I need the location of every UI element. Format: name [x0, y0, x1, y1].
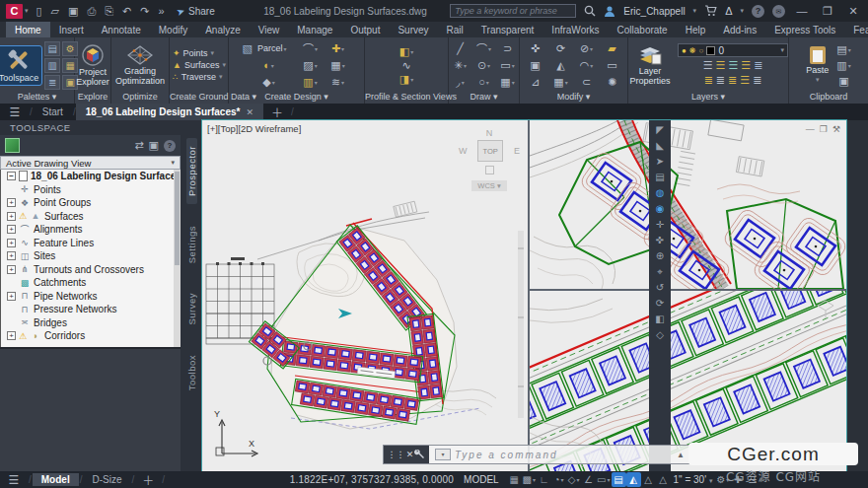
chevron-down-icon[interactable]: ▾	[608, 476, 611, 483]
undo-icon[interactable]: ↶	[122, 5, 131, 18]
layers-panel-label[interactable]: Layers ▾	[628, 91, 788, 104]
surfaces-menu[interactable]: ▲Surfaces ▾	[173, 60, 226, 70]
layer-thaw-icon[interactable]: ≣	[716, 74, 725, 87]
expand-icon[interactable]: +	[7, 292, 16, 301]
palettes-panel-label[interactable]: Palettes ▾	[0, 91, 74, 104]
ribbon-tab-featured-apps[interactable]: Featured Apps	[844, 22, 868, 37]
save-icon[interactable]: ▣	[68, 5, 78, 18]
layer-walk-icon[interactable]: ≣	[704, 74, 713, 87]
recent-commands-icon[interactable]: ▾	[435, 449, 451, 460]
section-views-icon[interactable]: ◨▾	[399, 73, 413, 86]
hatch-icon[interactable]: ▦▾	[497, 76, 519, 89]
paste-special-icon[interactable]: ▣	[836, 75, 850, 88]
fillet-icon[interactable]: ◠▾	[575, 59, 599, 72]
autodesk-logo-icon[interactable]: Δ	[725, 5, 732, 17]
palette-tab-prospector[interactable]: Prospector	[186, 138, 197, 204]
ellipse-icon[interactable]: ○▾	[473, 76, 495, 88]
pan-icon[interactable]: ✛	[656, 219, 664, 230]
sheet-set-icon[interactable]: ▤	[655, 172, 664, 182]
close-button[interactable]: ✕	[844, 5, 862, 18]
rotate-icon[interactable]: ⟳	[549, 42, 573, 55]
toolspace-help-icon[interactable]: ?	[164, 140, 176, 152]
object-snap-icon[interactable]: ▭▾	[596, 472, 611, 487]
autodesk-menu-chevron-icon[interactable]: ▾	[740, 7, 744, 15]
viewport-swap-icon[interactable]: ⚒	[832, 124, 840, 134]
ribbon-tab-add-ins[interactable]: Add-ins	[714, 22, 765, 37]
tree-item-pressure-networks[interactable]: ⊓Pressure Networks	[1, 303, 181, 316]
ortho-mode-icon[interactable]: ∟	[537, 472, 551, 487]
viewcube-north[interactable]: N	[459, 128, 520, 138]
share-button[interactable]: ➤ Share	[177, 6, 215, 17]
lasso-select-icon[interactable]: ◣	[656, 140, 664, 151]
user-menu-chevron-icon[interactable]: ▾	[693, 7, 697, 15]
layer-match-icon[interactable]: ≣	[754, 59, 762, 72]
ribbon-tab-home[interactable]: Home	[6, 22, 50, 37]
new-layout-button[interactable]: ＋	[135, 471, 161, 488]
arc-icon[interactable]: ⌒▾	[473, 40, 495, 56]
dsize-layout-tab[interactable]: D-Size	[83, 473, 130, 486]
viewcube[interactable]: N W TOP E WCS ▾	[459, 128, 520, 191]
ribbon-tab-express-tools[interactable]: Express Tools	[765, 22, 844, 37]
copy-icon[interactable]: ▣	[524, 59, 547, 72]
close-command-line-icon[interactable]: ✕	[406, 450, 414, 459]
viewcube-east[interactable]: E	[514, 146, 520, 156]
stretch-icon[interactable]: ▭	[601, 59, 624, 72]
toolspace-title[interactable]: TOOLSPACE	[0, 120, 181, 135]
polar-tracking-icon[interactable]: ◔▾	[551, 472, 566, 487]
palette-tab-toolbox[interactable]: Toolbox	[186, 347, 197, 398]
viewport-restore-icon[interactable]: ❐	[820, 124, 828, 134]
sample-lines-icon[interactable]: ∿	[401, 59, 410, 72]
zoom-extents-icon[interactable]: ✜	[656, 235, 664, 245]
layer-freeze-tool-icon[interactable]: ☰	[728, 59, 738, 72]
new-icon[interactable]: ▯	[36, 5, 42, 18]
ribbon-tab-annotate[interactable]: Annotate	[93, 22, 150, 37]
circle-icon[interactable]: ⊙▾	[473, 59, 495, 72]
copy-clip-icon[interactable]: ▥▾	[836, 59, 850, 72]
orbit-left-icon[interactable]: ↺	[656, 282, 664, 293]
ribbon-tab-view[interactable]: View	[250, 22, 289, 37]
infocenter-globe-icon[interactable]: ◍	[656, 187, 665, 198]
layer-dropdown[interactable]: ● ❋ ○ 0 ▾	[678, 43, 788, 57]
expand-icon[interactable]: +	[7, 265, 16, 274]
command-input[interactable]: Type a command	[455, 450, 677, 460]
orbit-right-icon[interactable]: ⟳	[656, 298, 664, 309]
annotation-autoscale-icon[interactable]: ◭	[626, 472, 641, 487]
ribbon-tab-insert[interactable]: Insert	[50, 22, 93, 37]
annotation-visibility-icon[interactable]: ▤	[612, 472, 626, 487]
app-menu-button[interactable]: C▾	[6, 4, 29, 19]
wcs-dropdown[interactable]: WCS ▾	[471, 180, 507, 191]
expand-icon[interactable]: +	[7, 251, 16, 260]
polyline-icon[interactable]: ⊃	[497, 42, 519, 55]
item-view-toggle-icon[interactable]: ⇄	[134, 139, 143, 152]
chevron-down-icon[interactable]: ▾	[576, 476, 579, 483]
model-space-toggle[interactable]: MODEL	[464, 474, 499, 485]
line-icon[interactable]: ╱	[450, 42, 471, 55]
mirror-icon[interactable]: ◭	[549, 59, 573, 72]
ribbon-tab-survey[interactable]: Survey	[389, 22, 437, 37]
intersection-icon[interactable]: ✚▾	[326, 42, 351, 55]
tree-item-corridors[interactable]: +⚠◗Corridors	[1, 329, 181, 343]
ribbon-tab-analyze[interactable]: Analyze	[196, 22, 250, 37]
layer-properties-button[interactable]: Layer Properties	[628, 43, 672, 88]
active-drawing-icon[interactable]	[5, 138, 20, 153]
expand-icon[interactable]: +	[7, 239, 16, 247]
rectangle-icon[interactable]: ▭▾	[497, 59, 519, 72]
measure-icon[interactable]: ◇	[656, 329, 664, 340]
tree-item-feature-lines[interactable]: +∿Feature Lines	[1, 237, 181, 250]
viewport-top-right[interactable]: — ❐ ⚒	[530, 120, 846, 289]
clipboard-panel-label[interactable]: Clipboard	[789, 91, 868, 104]
sheetset-palette-icon[interactable]: ▥	[44, 58, 60, 73]
pipe-network-icon[interactable]: ≋▾	[326, 76, 351, 89]
profile-view-icon[interactable]: ◧▾	[399, 45, 413, 58]
redo-icon[interactable]: ↷	[140, 5, 149, 18]
expand-icon[interactable]: +	[7, 331, 16, 340]
create-design-panel-label[interactable]: Create Design ▾	[229, 91, 364, 104]
viewcube-west[interactable]: W	[459, 146, 468, 156]
cursor-icon[interactable]: ➤	[656, 156, 664, 167]
model-tab[interactable]: Model	[33, 473, 79, 486]
open-icon[interactable]: ▱	[51, 5, 59, 18]
plot-icon[interactable]: ⎙	[87, 5, 96, 18]
profile-icon[interactable]: ▨▾	[298, 59, 324, 72]
viewport-minimize-icon[interactable]: —	[806, 124, 815, 134]
properties-palette-icon[interactable]: ▤	[44, 41, 60, 56]
